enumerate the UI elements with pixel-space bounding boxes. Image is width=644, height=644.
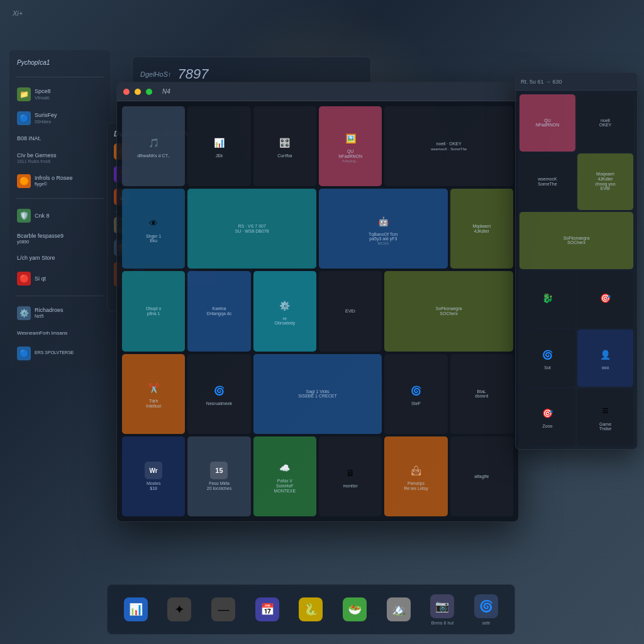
rtile-mqdwarri[interactable]: Moqwarri4JKdterchoog yooEV8r [577,153,633,211]
rtile-icon-dragon: 🐉 [539,289,557,307]
sidebar-divider-2 [16,198,104,199]
tile-icon-shger: 👁 [145,214,162,232]
tile-jek[interactable]: 📊 JEk [187,106,250,186]
rtile-qu[interactable]: QUNFadRNON [519,94,575,152]
tile-ever[interactable]: EVEr [319,271,382,351]
taskbar-icon-5: 🥗 [343,597,367,621]
tile-monitor[interactable]: 🖥 monitor [319,436,382,516]
tile-sublabel-tqbano: MCNS [377,242,389,245]
sidebar-item-0[interactable]: 📁 Spce8 Vtroall. [16,85,104,104]
rtile-wsemock[interactable]: wsemocKSomeThe [519,153,575,211]
main-panel-title: N4 [162,88,170,95]
sidebar-icon-8: 🔴 [17,272,31,286]
sidebar-item-8[interactable]: 🔴 Si qt [16,269,104,288]
tile-fesomkfa[interactable]: 15 Feso Mkfa20 locntches [187,436,250,516]
tile-stef[interactable]: 🌀 SteF [384,354,447,434]
rtile-sot[interactable]: 🌀 Sot [519,330,575,387]
taskbar-icon-0: 📊 [124,597,148,621]
rtile-target2[interactable]: 🎯 Zooo [519,389,575,446]
window-max-dot[interactable] [146,89,152,95]
tile-nesrualmeek[interactable]: 🌀 Nesrualmeek [187,354,250,434]
rtile-game[interactable]: ≡ GameTndse [577,389,633,446]
tile-label-currfba: Currfba [277,153,292,158]
tile-icon-flendps: 👜 [407,462,425,479]
sidebar-divider-1 [16,77,104,77]
tile-label-kaelna: KaelnaDnlangqa dc [207,306,231,316]
tile-kaelna[interactable]: KaelnaDnlangqa dc [187,271,250,351]
tile-label-tdrh: TdrhIntellusi [146,399,161,408]
tile-sagi1vkits[interactable]: Sagi 1 VkitsSiSEBE 1 CRECET [253,354,382,434]
tile-currfba[interactable]: 🎛️ Currfba [253,106,316,186]
main-panel-header: N4 [117,82,518,101]
sidebar-item-4[interactable]: 🟠 Infrols o Rosee flyge© [16,172,104,191]
rtile-user[interactable]: 👤 ooo [577,330,633,387]
tile-icon-monitor: 🖥 [341,464,359,482]
rtile-dragon[interactable]: 🐉 [519,271,575,328]
tile-shger[interactable]: 👁 Shger 1Eku [122,189,185,269]
sidebar-icon-4: 🟠 [17,174,31,188]
tile-flendps[interactable]: 👜 Flend/psRe les Letsy [384,436,447,516]
sidebar-item-pychopica[interactable]: PychopIca1 [16,57,104,69]
bottom-taskbar: 📊 ✦ — 📅 🐍 🥗 🏔️ 📷 Bnms 8 hut 🌀 setir [107,584,515,635]
window-close-dot[interactable] [123,89,130,95]
taskbar-item-4[interactable]: 🐍 [299,597,323,621]
rtile-label-wsemock: wsemocKSomeThe [538,177,557,186]
taskbar-icon-2: — [211,597,235,621]
taskbar-label-8: setir [482,621,490,625]
tile-icon-stef: 🌀 [407,382,425,399]
tile-icon-qu: 🖼️ [341,130,359,147]
taskbar-item-2[interactable]: — [211,597,235,621]
rtile-icon-target: 🎯 [597,289,614,307]
rtile-label-sofksnaegra: SoFksnaegraSOCherx [564,236,590,245]
right-panel: Rt. 5u 61 → 630 QUNFadRNON noellOKEY wse… [515,72,638,450]
tile-alfagtfe[interactable]: alfagtfe [450,436,513,516]
rtile-label-mqdwarri: Moqwarri4JKdterchoog yooEV8r [595,172,615,191]
tile-label-noell: noell · OKEYwsemocK · SomeThe [431,142,467,151]
taskbar-item-0[interactable]: 📊 [124,597,148,621]
tile-qu[interactable]: 🖼️ QUNFadRNON Arloping... [319,106,382,186]
sidebar-item-1[interactable]: 🔵 SurisFey ISHdes [16,109,104,128]
tile-label-flendps: Flend/psRe les Letsy [404,481,428,491]
tile-dlhwanks[interactable]: 🎵 dlhwaNKs d CT.. [122,106,185,186]
tile-rs[interactable]: RS · VS 7 007SU · WS8 DB078 [187,189,316,269]
tile-icon-tdrh: ✂️ [145,379,162,397]
tile-tdrh[interactable]: ✂️ TdrhIntellusi [122,354,185,434]
tile-btal[interactable]: BtaLdsosrd [450,354,513,434]
tile-mostes[interactable]: Wr Mostes$18 [122,436,185,516]
sidebar-item-11[interactable]: 🔵 ERS SPOLVTERSE [16,344,104,363]
tile-icon-re: ⚙️ [276,297,294,314]
tile-sublabel-qu: Arloping... [342,159,359,163]
sidebar-item-5[interactable]: 🛡️ Cnk 8 [16,206,104,225]
right-tiles-grid: QUNFadRNON noellOKEY wsemocKSomeThe Moqw… [516,91,637,449]
tile-label-sagi1vkits: Sagi 1 VkitsSiSEBE 1 CRECET [298,389,336,399]
rtile-noell[interactable]: noellOKEY [577,94,633,152]
tile-label-alfagtfe: alfagtfe [474,474,489,479]
taskbar-icon-7: 📷 [430,594,454,618]
taskbar-item-8[interactable]: 🌀 setir [474,594,498,625]
tile-noell[interactable]: noell · OKEYwsemocK · SomeThe [384,106,513,186]
taskbar-label-7: Bnms 8 hut [431,621,453,625]
sidebar-label-11: ERS SPOLVTERSE [35,350,74,355]
tile-re[interactable]: ⚙️ reObroatedy [253,271,316,351]
window-min-dot[interactable] [135,89,141,95]
tile-tqbanooftcm[interactable]: 🤖 TqBanoOf Tcmpa5y3 ald yF3 MCNS [319,189,448,269]
tile-ponov[interactable]: ☁️ PoNo VSomHoFMONTEXE [253,436,316,516]
taskbar-item-5[interactable]: 🥗 [343,597,367,621]
tile-icon-fesomkfa: 15 [210,462,228,479]
sidebar-label-5: Cnk 8 [35,213,50,219]
tile-sofksnaegra[interactable]: SoFksnaegraSOCherx [384,271,513,351]
tile-otsqdo[interactable]: Otsqd opBra 1 [122,271,185,351]
tile-label-otsqdo: Otsqd opBra 1 [146,306,162,316]
taskbar-item-6[interactable]: 🏔️ [387,597,411,621]
sidebar-divider-3 [16,296,104,296]
taskbar-item-1[interactable]: ✦ [167,597,191,621]
rtile-sofksnaegra[interactable]: SoFksnaegraSOCherx [519,212,633,269]
tile-mqdwarri[interactable]: Mqdwarri4JKdter [450,189,513,269]
rtile-target[interactable]: 🎯 [577,271,633,328]
sidebar-item-9[interactable]: ⚙️ Richadroes Nzt5 [16,304,104,323]
taskbar-item-7[interactable]: 📷 Bnms 8 hut [430,594,454,625]
tile-label-qu: QUNFadRNON [338,149,362,158]
taskbar-item-3[interactable]: 📅 [255,597,279,621]
tiles-grid: 🎵 dlhwaNKs d CT.. 📊 JEk 🎛️ Currfba 🖼️ QU… [117,101,518,521]
tile-icon-dlhwanks: 🎵 [145,134,162,152]
